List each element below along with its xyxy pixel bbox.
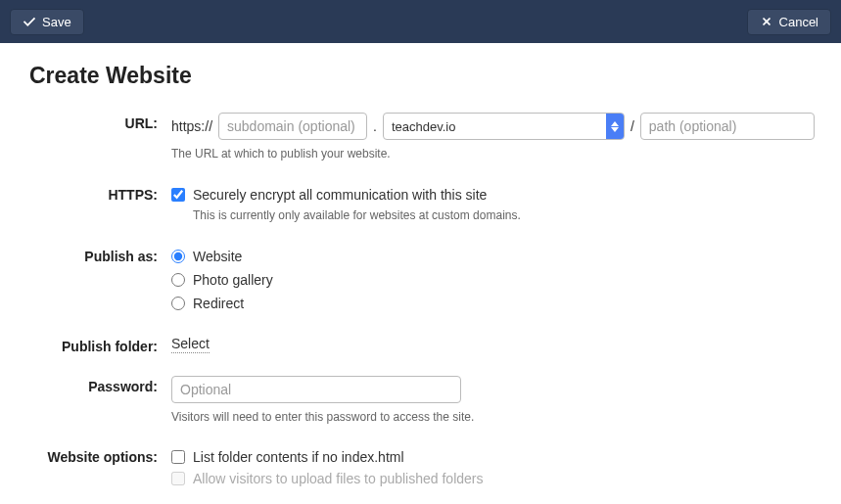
https-help: This is currently only available for web…	[193, 207, 812, 224]
page-title: Create Website	[29, 63, 812, 89]
label-password: Password:	[29, 372, 171, 394]
label-url: URL:	[29, 109, 171, 131]
radio-website[interactable]	[171, 250, 185, 263]
url-help: The URL at which to publish your website…	[171, 146, 815, 162]
label-publish-folder: Publish folder:	[29, 332, 171, 354]
check-icon	[23, 15, 36, 28]
url-prefix: https://	[171, 118, 212, 134]
close-icon	[760, 15, 773, 28]
row-publish-folder: Publish folder: Select	[29, 332, 812, 354]
allow-upload-label: Allow visitors to upload files to publis…	[193, 468, 484, 489]
password-help: Visitors will need to enter this passwor…	[171, 409, 812, 426]
publish-folder-select-link[interactable]: Select	[171, 336, 210, 353]
radio-photo-gallery[interactable]	[171, 273, 185, 287]
content: Create Website URL: https:// . teachdev.…	[0, 43, 841, 504]
allow-upload-checkbox	[171, 472, 185, 485]
url-dot: .	[373, 118, 377, 134]
domain-select[interactable]: teachdev.io	[383, 113, 625, 140]
top-bar: Save Cancel	[0, 0, 841, 43]
updown-icon	[606, 114, 624, 139]
url-slash: /	[631, 118, 634, 134]
row-url: URL: https:// . teachdev.io / The URL at…	[29, 109, 812, 162]
topbar-save-button[interactable]: Save	[10, 9, 84, 35]
topbar-save-label: Save	[42, 15, 71, 29]
topbar-cancel-label: Cancel	[779, 15, 818, 29]
radio-website-label: Website	[193, 246, 242, 267]
password-input[interactable]	[171, 376, 461, 403]
subdomain-input[interactable]	[218, 113, 367, 140]
radio-photo-gallery-label: Photo gallery	[193, 269, 273, 291]
list-folder-label: List folder contents if no index.html	[193, 446, 404, 468]
radio-redirect-label: Redirect	[193, 293, 244, 314]
row-publish-as: Publish as: Website Photo gallery Redire…	[29, 242, 812, 314]
topbar-cancel-button[interactable]: Cancel	[747, 9, 831, 35]
domain-select-value: teachdev.io	[384, 119, 606, 134]
label-https: HTTPS:	[29, 180, 171, 203]
row-password: Password: Visitors will need to enter th…	[29, 372, 812, 426]
row-website-options: Website options: List folder contents if…	[29, 442, 812, 489]
label-publish-as: Publish as:	[29, 242, 171, 264]
https-checkbox-label: Securely encrypt all communication with …	[193, 184, 487, 206]
list-folder-checkbox[interactable]	[171, 450, 185, 464]
path-input[interactable]	[640, 113, 815, 140]
radio-redirect[interactable]	[171, 297, 185, 310]
row-https: HTTPS: Securely encrypt all communicatio…	[29, 180, 812, 224]
https-checkbox[interactable]	[171, 188, 185, 202]
label-website-options: Website options:	[29, 442, 171, 465]
